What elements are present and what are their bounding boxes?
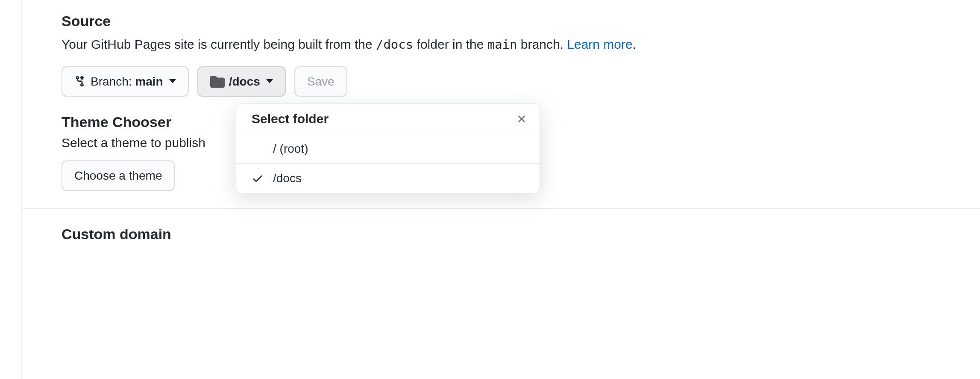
dropdown-item-label: /docs (273, 172, 302, 185)
check-slot (252, 172, 273, 184)
folder-select-button[interactable]: /docs (197, 66, 286, 97)
folder-icon (210, 75, 225, 88)
learn-more-link[interactable]: Learn more (567, 37, 632, 51)
branch-label: Branch: main (91, 73, 163, 90)
folder-value: /docs (229, 73, 260, 90)
caret-down-icon (266, 79, 273, 83)
source-description: Your GitHub Pages site is currently bein… (62, 35, 980, 54)
git-branch-icon (74, 75, 86, 87)
source-heading: Source (62, 13, 980, 30)
close-icon[interactable] (516, 113, 528, 125)
dropdown-item-root[interactable]: / (root) (236, 134, 540, 164)
check-icon (252, 172, 264, 184)
source-controls-row: Branch: main /docs Save (62, 66, 980, 97)
dropdown-header: Select folder (236, 104, 540, 134)
pages-settings-section: Source Your GitHub Pages site is current… (21, 0, 980, 379)
source-desc-text: folder in the (413, 37, 487, 51)
custom-domain-heading: Custom domain (62, 226, 980, 243)
choose-theme-button[interactable]: Choose a theme (62, 160, 175, 191)
source-desc-text: . (633, 37, 636, 51)
dropdown-item-docs[interactable]: /docs (236, 164, 540, 193)
source-desc-text: Your GitHub Pages site is currently bein… (62, 37, 376, 51)
branch-label-text: Branch: (91, 75, 135, 88)
section-divider (22, 208, 980, 209)
source-folder-code: /docs (376, 37, 413, 52)
branch-value: main (135, 75, 163, 88)
caret-down-icon (169, 79, 176, 83)
branch-select-button[interactable]: Branch: main (62, 66, 189, 97)
source-branch-code: main (487, 37, 517, 52)
folder-select-dropdown: Select folder / (root) /docs (236, 104, 540, 193)
source-desc-text: branch. (517, 37, 567, 51)
dropdown-title: Select folder (252, 112, 329, 126)
custom-domain-section: Custom domain (62, 226, 980, 243)
save-button[interactable]: Save (294, 66, 347, 97)
dropdown-item-label: / (root) (273, 142, 308, 156)
